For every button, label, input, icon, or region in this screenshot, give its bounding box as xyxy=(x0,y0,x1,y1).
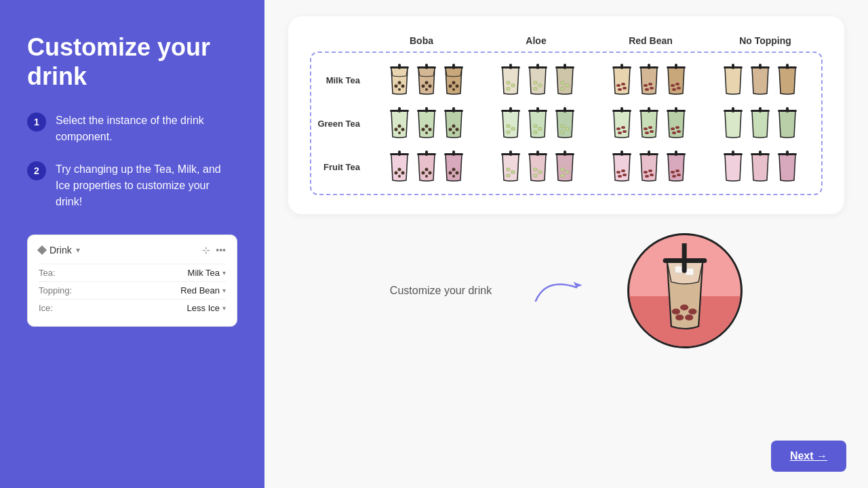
svg-point-59 xyxy=(401,128,405,131)
svg-point-126 xyxy=(452,168,456,171)
svg-point-148 xyxy=(621,169,625,172)
svg-point-6 xyxy=(425,81,429,85)
cup-aloe-greentea-1 xyxy=(498,106,523,141)
tea-value-text: Milk Tea xyxy=(188,268,220,278)
aloe-greentea-group xyxy=(482,106,593,141)
svg-rect-86 xyxy=(566,127,569,130)
svg-rect-143 xyxy=(566,171,569,174)
svg-point-175 xyxy=(680,304,688,310)
col-notopping: No Topping xyxy=(708,35,823,46)
svg-point-160 xyxy=(675,169,679,172)
svg-point-128 xyxy=(456,171,459,175)
cup-aloe-fruittea-2 xyxy=(526,149,550,184)
svg-point-47 xyxy=(672,88,676,91)
notopping-fruittea-group xyxy=(705,149,816,184)
next-button[interactable]: Next → xyxy=(771,441,846,472)
step-1-text: Select the instance of the drink compone… xyxy=(56,113,237,145)
svg-point-162 xyxy=(677,174,681,176)
svg-rect-164 xyxy=(667,153,686,155)
svg-rect-107 xyxy=(667,110,686,112)
cup-redbean-milktea-3 xyxy=(664,62,688,98)
col-boba: Boba xyxy=(364,35,479,46)
svg-point-155 xyxy=(645,175,649,178)
svg-point-14 xyxy=(456,85,459,88)
more-icon[interactable]: ••• xyxy=(216,245,226,256)
cup-boba-milktea-3 xyxy=(441,62,466,98)
svg-point-97 xyxy=(648,126,652,129)
cup-redbean-greentea-1 xyxy=(610,106,634,141)
cup-boba-greentea-2 xyxy=(414,106,439,141)
svg-point-8 xyxy=(429,85,432,88)
cup-boba-milktea-2 xyxy=(414,62,439,98)
svg-point-176 xyxy=(688,308,696,314)
redbean-greentea-group xyxy=(593,106,705,141)
svg-rect-28 xyxy=(561,81,564,84)
col-aloe: Aloe xyxy=(479,35,593,46)
svg-rect-32 xyxy=(555,66,574,68)
svg-point-115 xyxy=(395,171,398,175)
green-tea-row: Green Tea xyxy=(311,102,821,145)
svg-rect-76 xyxy=(511,127,515,130)
svg-rect-77 xyxy=(507,131,510,134)
svg-rect-180 xyxy=(663,258,707,263)
cup-redbean-fruittea-2 xyxy=(637,149,661,184)
svg-rect-87 xyxy=(561,131,564,134)
svg-rect-84 xyxy=(528,110,547,112)
component-chevron: ▾ xyxy=(76,245,80,255)
cup-boba-fruittea-3 xyxy=(441,149,466,184)
cup-aloe-milktea-3 xyxy=(553,62,577,98)
svg-point-1 xyxy=(395,85,398,88)
svg-rect-101 xyxy=(639,110,658,112)
svg-rect-133 xyxy=(511,171,515,174)
props-action-icons[interactable]: ⊹ ••• xyxy=(202,245,226,256)
svg-point-99 xyxy=(650,130,654,133)
svg-point-3 xyxy=(398,88,401,91)
cup-boba-greentea-3 xyxy=(441,106,466,141)
cup-boba-milktea-1 xyxy=(387,62,412,98)
ice-value-text: Less Ice xyxy=(187,303,220,313)
svg-rect-24 xyxy=(538,84,542,87)
step-1: 1 Select the instance of the drink compo… xyxy=(27,113,237,145)
svg-point-92 xyxy=(618,131,622,134)
svg-point-42 xyxy=(650,87,654,89)
cup-redbean-milktea-2 xyxy=(637,62,661,98)
svg-point-147 xyxy=(616,171,620,174)
cup-aloe-milktea-1 xyxy=(498,62,523,98)
svg-rect-152 xyxy=(612,153,631,155)
svg-point-70 xyxy=(449,128,452,131)
cup-none-greentea-1 xyxy=(721,106,745,141)
svg-point-45 xyxy=(671,84,675,87)
topping-value[interactable]: Red Bean ▾ xyxy=(180,285,226,296)
milk-tea-row: Milk Tea xyxy=(311,58,821,102)
col-redbean: Red Bean xyxy=(593,35,708,46)
svg-point-122 xyxy=(429,171,432,175)
svg-point-46 xyxy=(675,83,679,85)
svg-point-127 xyxy=(449,171,452,175)
svg-rect-142 xyxy=(561,168,564,171)
grid-body: Milk Tea xyxy=(310,52,823,195)
cup-aloe-milktea-2 xyxy=(526,62,550,98)
svg-point-71 xyxy=(456,128,459,131)
svg-point-174 xyxy=(672,308,680,314)
tea-value[interactable]: Milk Tea ▾ xyxy=(188,268,226,278)
svg-rect-95 xyxy=(612,110,631,112)
svg-point-64 xyxy=(422,128,425,131)
svg-point-60 xyxy=(398,131,401,134)
redbean-milktea-group xyxy=(593,62,705,98)
topping-value-text: Red Bean xyxy=(180,285,220,296)
move-icon[interactable]: ⊹ xyxy=(202,245,210,256)
step-2-text: Try changing up the Tea, Milk, and Ice p… xyxy=(56,161,237,210)
properties-title: Drink ▾ xyxy=(39,245,80,256)
svg-rect-172 xyxy=(675,266,683,273)
svg-rect-141 xyxy=(528,153,547,155)
svg-point-48 xyxy=(677,87,681,89)
steps-list: 1 Select the instance of the drink compo… xyxy=(27,113,237,210)
tea-property-row: Tea: Milk Tea ▾ xyxy=(39,264,226,281)
step-2: 2 Try changing up the Tea, Milk, and Ice… xyxy=(27,161,237,210)
svg-rect-19 xyxy=(511,84,515,87)
svg-rect-23 xyxy=(534,81,537,84)
ice-label: Ice: xyxy=(39,303,53,313)
fruit-tea-label: Fruit Tea xyxy=(317,162,371,172)
cup-none-milktea-1 xyxy=(721,62,745,98)
ice-value[interactable]: Less Ice ▾ xyxy=(187,303,226,313)
